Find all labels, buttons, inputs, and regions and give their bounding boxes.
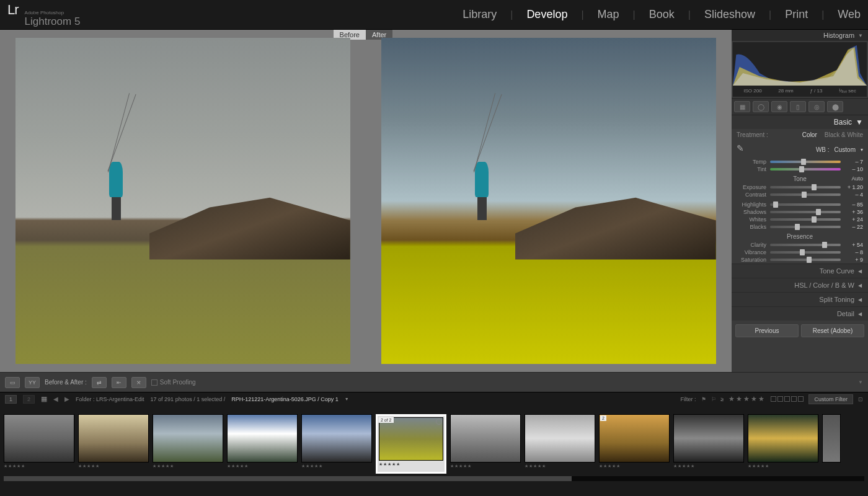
thumbnail[interactable]: ★★★★★ xyxy=(450,414,521,474)
thumbnail[interactable]: ★★★★★ xyxy=(4,414,74,474)
grid-icon[interactable]: ▦ xyxy=(41,395,47,403)
label-purple[interactable] xyxy=(798,396,804,402)
label-blue[interactable] xyxy=(791,396,797,402)
breadcrumb-dropdown-icon[interactable]: ▼ xyxy=(345,397,349,401)
histogram[interactable]: ISO 200 28 mm ƒ / 13 ¹⁄₂₅₀ sec xyxy=(733,42,867,97)
treatment-color[interactable]: Color xyxy=(802,131,817,138)
brush-tool-icon[interactable]: ⬤ xyxy=(827,101,843,112)
clarity-thumb[interactable] xyxy=(822,242,827,248)
tint-track[interactable] xyxy=(770,168,841,170)
tint-thumb[interactable] xyxy=(799,166,804,172)
exposure-track[interactable] xyxy=(770,186,841,188)
exposure-slider[interactable]: Exposure + 1.20 xyxy=(732,184,868,191)
highlights-thumb[interactable] xyxy=(773,202,778,208)
nav-prev-icon[interactable]: ◀ xyxy=(53,396,58,402)
contrast-slider[interactable]: Contrast – 4 xyxy=(732,191,868,198)
window-2[interactable]: 2 xyxy=(23,395,35,404)
thumbnail[interactable]: ★★★★★ xyxy=(78,414,149,474)
vibrance-value[interactable]: – 8 xyxy=(844,249,863,255)
vibrance-thumb[interactable] xyxy=(800,249,805,255)
contrast-thumb[interactable] xyxy=(802,192,807,198)
exposure-value[interactable]: + 1.20 xyxy=(844,184,863,190)
whites-track[interactable] xyxy=(770,218,841,221)
rating-filter[interactable]: ★★★★★ xyxy=(728,395,766,403)
module-develop[interactable]: Develop xyxy=(526,8,567,21)
shadows-track[interactable] xyxy=(770,211,841,213)
exposure-thumb[interactable] xyxy=(812,184,817,190)
section-split-toning[interactable]: Split Toning◀ xyxy=(732,292,868,306)
custom-filter-dropdown[interactable]: Custom Filter xyxy=(808,394,853,404)
flag-reject-icon[interactable]: ⚐ xyxy=(711,396,716,402)
swap-icon[interactable]: ⇄ xyxy=(92,377,107,388)
section-tone-curve[interactable]: Tone Curve◀ xyxy=(732,264,868,278)
thumbnail[interactable]: ★★★★★ xyxy=(673,414,744,474)
eyedropper-icon[interactable]: ✎ xyxy=(737,143,749,156)
contrast-track[interactable] xyxy=(770,193,841,196)
blacks-slider[interactable]: Blacks – 22 xyxy=(732,223,868,231)
blacks-thumb[interactable] xyxy=(795,224,800,230)
clarity-value[interactable]: + 54 xyxy=(844,242,863,248)
module-slideshow[interactable]: Slideshow xyxy=(704,8,755,21)
filter-lock-icon[interactable]: ⊡ xyxy=(858,396,863,402)
temp-track[interactable] xyxy=(770,161,841,163)
blacks-value[interactable]: – 22 xyxy=(844,224,863,230)
copy-before-icon[interactable]: ⇤ xyxy=(112,377,126,388)
label-green[interactable] xyxy=(784,396,790,402)
tint-slider[interactable]: Tint – 10 xyxy=(732,166,868,173)
window-1[interactable]: 1 xyxy=(5,395,17,404)
label-yellow[interactable] xyxy=(777,396,783,402)
gradient-tool-icon[interactable]: ▯ xyxy=(790,101,806,112)
module-book[interactable]: Book xyxy=(649,8,675,21)
flag-pick-icon[interactable]: ⚑ xyxy=(701,396,706,402)
redeye-tool-icon[interactable]: ◉ xyxy=(771,101,787,112)
auto-tone-button[interactable]: Auto xyxy=(851,175,863,182)
thumbnail[interactable]: ★★★★★ xyxy=(525,414,595,474)
blacks-track[interactable] xyxy=(770,226,841,228)
soft-proof-toggle[interactable]: Soft Proofing xyxy=(151,379,196,386)
thumbnail[interactable]: ★★★★★ xyxy=(301,414,372,474)
tint-value[interactable]: – 10 xyxy=(844,166,863,172)
reset-button[interactable]: Reset (Adobe) xyxy=(801,324,864,337)
compare-view-icon[interactable]: YY xyxy=(25,377,40,388)
basic-header[interactable]: Basic ▼ xyxy=(732,115,868,129)
saturation-thumb[interactable] xyxy=(807,257,812,263)
flag-icon[interactable] xyxy=(436,418,442,425)
before-pane[interactable]: Before xyxy=(0,30,366,372)
temp-slider[interactable]: Temp – 7 xyxy=(732,158,868,166)
radial-tool-icon[interactable]: ◎ xyxy=(808,101,825,112)
label-red[interactable] xyxy=(771,396,776,402)
shadows-thumb[interactable] xyxy=(816,209,821,215)
nav-next-icon[interactable]: ▶ xyxy=(64,396,69,402)
temp-thumb[interactable] xyxy=(801,159,806,165)
whites-thumb[interactable] xyxy=(812,216,817,223)
vibrance-slider[interactable]: Vibrance – 8 xyxy=(732,249,868,256)
saturation-slider[interactable]: Saturation + 9 xyxy=(732,256,868,264)
loupe-view-icon[interactable]: ▭ xyxy=(5,377,20,388)
wb-dropdown[interactable]: Custom xyxy=(835,146,856,153)
copy-after-icon[interactable]: ⤧ xyxy=(131,377,146,388)
dropdown-icon[interactable]: ▾ xyxy=(861,147,863,153)
thumbnail[interactable]: ★★★★★ xyxy=(153,414,223,474)
crop-tool-icon[interactable]: ▦ xyxy=(734,101,750,112)
section-hsl-color-b-w[interactable]: HSL / Color / B & W◀ xyxy=(732,278,868,292)
previous-button[interactable]: Previous xyxy=(735,324,799,337)
clarity-track[interactable] xyxy=(770,244,841,246)
module-web[interactable]: Web xyxy=(838,8,861,21)
saturation-track[interactable] xyxy=(770,259,841,261)
saturation-value[interactable]: + 9 xyxy=(844,257,863,263)
clarity-slider[interactable]: Clarity + 54 xyxy=(732,241,868,249)
module-print[interactable]: Print xyxy=(785,8,808,21)
filmstrip[interactable]: ★★★★★ ★★★★★ ★★★★★ ★★★★★ ★★★★★ 2 of 2 ★★★… xyxy=(0,405,868,482)
after-pane[interactable]: After xyxy=(366,30,732,372)
whites-value[interactable]: + 24 xyxy=(844,216,863,223)
folder-path[interactable]: Folder : LRS-Argentina-Edit xyxy=(76,396,144,402)
module-map[interactable]: Map xyxy=(598,8,619,21)
thumbnail-selected[interactable]: 2 of 2 ★★★★★ xyxy=(376,414,446,474)
toolbar-menu-icon[interactable]: ▼ xyxy=(858,379,863,385)
histogram-header[interactable]: Histogram ▼ xyxy=(732,30,868,41)
temp-value[interactable]: – 7 xyxy=(844,159,863,165)
shadows-slider[interactable]: Shadows + 36 xyxy=(732,208,868,216)
vibrance-track[interactable] xyxy=(770,251,841,254)
whites-slider[interactable]: Whites + 24 xyxy=(732,216,868,223)
shadows-value[interactable]: + 36 xyxy=(844,209,863,215)
